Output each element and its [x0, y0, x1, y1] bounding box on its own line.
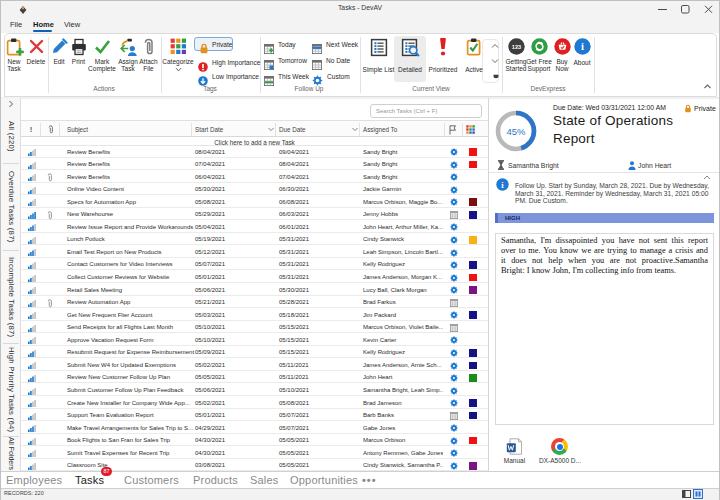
svg-text:123: 123 — [511, 44, 520, 50]
svg-text:45%: 45% — [506, 126, 526, 137]
svg-text:i: i — [581, 41, 584, 52]
